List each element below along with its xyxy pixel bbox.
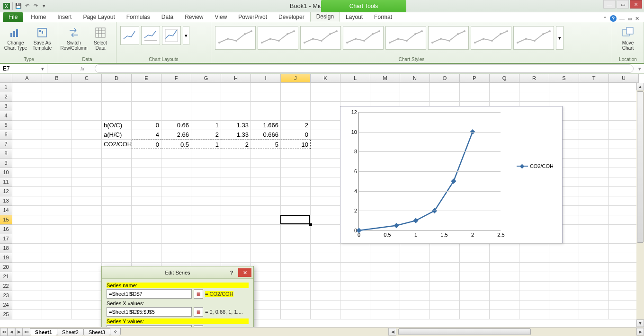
qat-dropdown-icon[interactable]: ▾ bbox=[40, 2, 48, 10]
cell[interactable] bbox=[519, 253, 549, 263]
cell[interactable] bbox=[12, 102, 42, 111]
cell[interactable] bbox=[311, 244, 340, 253]
tab-data[interactable]: Data bbox=[156, 12, 179, 22]
cell[interactable] bbox=[281, 168, 311, 177]
cell[interactable] bbox=[102, 253, 132, 263]
cell[interactable] bbox=[340, 92, 370, 102]
column-header[interactable]: P bbox=[460, 74, 490, 83]
cell[interactable] bbox=[579, 92, 609, 102]
dialog-title-bar[interactable]: Edit Series ? ✕ bbox=[102, 266, 253, 279]
tab-review[interactable]: Review bbox=[179, 12, 209, 22]
cell[interactable] bbox=[42, 310, 72, 319]
cell[interactable] bbox=[519, 244, 549, 253]
cell[interactable] bbox=[12, 225, 42, 234]
tab-view[interactable]: View bbox=[209, 12, 233, 22]
cell[interactable] bbox=[42, 130, 72, 140]
cell[interactable] bbox=[191, 244, 221, 253]
cell[interactable] bbox=[42, 263, 72, 272]
cell[interactable] bbox=[102, 149, 132, 159]
cell[interactable] bbox=[609, 206, 639, 215]
cell[interactable] bbox=[42, 102, 72, 111]
cell[interactable] bbox=[519, 282, 549, 291]
cell[interactable] bbox=[42, 206, 72, 215]
cell[interactable] bbox=[191, 111, 221, 121]
cell[interactable] bbox=[281, 92, 311, 102]
cell[interactable] bbox=[251, 215, 281, 225]
cell[interactable] bbox=[609, 92, 639, 102]
cell[interactable] bbox=[430, 272, 460, 282]
cell[interactable] bbox=[161, 253, 191, 263]
cell[interactable] bbox=[132, 111, 161, 121]
cell[interactable] bbox=[251, 263, 281, 272]
cell[interactable] bbox=[609, 187, 639, 196]
cell[interactable] bbox=[340, 282, 370, 291]
cell[interactable]: 2 bbox=[281, 121, 311, 130]
cell[interactable] bbox=[609, 83, 639, 92]
cell[interactable] bbox=[72, 92, 102, 102]
cell[interactable]: 0 bbox=[132, 121, 161, 130]
dialog-help-button[interactable]: ? bbox=[227, 268, 236, 277]
cell[interactable] bbox=[161, 196, 191, 206]
cell[interactable] bbox=[72, 149, 102, 159]
cell[interactable] bbox=[549, 244, 579, 253]
cell[interactable]: 2 bbox=[221, 140, 251, 149]
cell[interactable] bbox=[42, 111, 72, 121]
cell[interactable] bbox=[161, 187, 191, 196]
cell[interactable] bbox=[72, 282, 102, 291]
cell[interactable] bbox=[311, 291, 340, 301]
cell[interactable] bbox=[12, 168, 42, 177]
cell[interactable] bbox=[161, 206, 191, 215]
cell[interactable] bbox=[400, 301, 430, 310]
move-chart-button[interactable]: Move Chart bbox=[616, 24, 640, 51]
cell[interactable] bbox=[281, 102, 311, 111]
ribbon-minimize-icon[interactable]: ⌃ bbox=[603, 16, 607, 22]
row-header[interactable]: 6 bbox=[0, 130, 12, 140]
cell[interactable] bbox=[311, 187, 340, 196]
cell[interactable] bbox=[579, 282, 609, 291]
formula-bar-expand-icon[interactable]: ▾ bbox=[638, 66, 644, 72]
cell[interactable] bbox=[311, 215, 340, 225]
tab-home[interactable]: Home bbox=[25, 12, 52, 22]
cell[interactable] bbox=[400, 282, 430, 291]
cell[interactable] bbox=[132, 244, 161, 253]
cell[interactable] bbox=[251, 225, 281, 234]
cell[interactable] bbox=[579, 215, 609, 225]
cell[interactable] bbox=[579, 111, 609, 121]
cell[interactable] bbox=[579, 130, 609, 140]
cell[interactable] bbox=[370, 310, 400, 319]
cell[interactable] bbox=[12, 215, 42, 225]
chart-layout-thumb[interactable] bbox=[141, 26, 160, 45]
cell[interactable] bbox=[72, 272, 102, 282]
cell[interactable] bbox=[221, 159, 251, 168]
cell[interactable] bbox=[42, 291, 72, 301]
cell[interactable] bbox=[609, 215, 639, 225]
cell[interactable] bbox=[490, 272, 519, 282]
cell[interactable] bbox=[609, 301, 639, 310]
tab-nav-first-icon[interactable]: ⏮ bbox=[0, 328, 8, 336]
cell[interactable] bbox=[191, 168, 221, 177]
cell[interactable] bbox=[400, 83, 430, 92]
cell[interactable] bbox=[579, 291, 609, 301]
tab-page-layout[interactable]: Page Layout bbox=[77, 12, 120, 22]
cell[interactable] bbox=[609, 111, 639, 121]
cell[interactable] bbox=[72, 168, 102, 177]
cell[interactable] bbox=[12, 253, 42, 263]
cell[interactable] bbox=[42, 83, 72, 92]
cell[interactable] bbox=[579, 159, 609, 168]
horizontal-scrollbar[interactable]: ◀ ▶ bbox=[388, 328, 644, 336]
change-chart-type-button[interactable]: Change Chart Type bbox=[4, 24, 27, 51]
cell[interactable] bbox=[251, 168, 281, 177]
cell[interactable] bbox=[370, 282, 400, 291]
row-header[interactable]: 23 bbox=[0, 291, 12, 301]
cell[interactable] bbox=[12, 291, 42, 301]
cell[interactable] bbox=[161, 225, 191, 234]
cell[interactable] bbox=[132, 253, 161, 263]
cell[interactable] bbox=[12, 140, 42, 149]
cell[interactable] bbox=[579, 301, 609, 310]
chart-layout-thumb[interactable] bbox=[162, 26, 181, 45]
cell[interactable] bbox=[251, 244, 281, 253]
cell[interactable] bbox=[161, 244, 191, 253]
cell[interactable]: 0 bbox=[281, 130, 311, 140]
cell[interactable] bbox=[519, 92, 549, 102]
cell[interactable] bbox=[579, 177, 609, 187]
